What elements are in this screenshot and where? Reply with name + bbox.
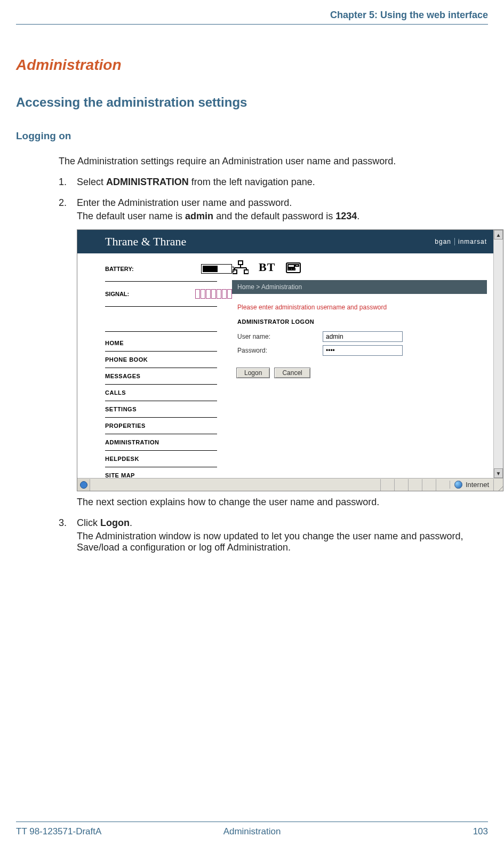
separator <box>454 238 455 245</box>
ie-icon <box>77 479 90 491</box>
logon-button[interactable]: Logon <box>236 368 270 378</box>
cancel-button[interactable]: Cancel <box>274 368 310 378</box>
nav-home[interactable]: HOME <box>105 335 217 352</box>
username-input[interactable] <box>323 331 403 342</box>
password-label: Password: <box>237 347 323 354</box>
nav-site-map[interactable]: SITE MAP <box>105 467 217 478</box>
signal-icon <box>195 289 232 299</box>
scroll-up-icon[interactable]: ▲ <box>494 230 503 240</box>
step-2: 2. Enter the Administration user name an… <box>59 197 488 222</box>
nav-helpdesk[interactable]: HELPDESK <box>105 451 217 467</box>
step-3: 3. Click Logon. The Administration windo… <box>59 517 488 553</box>
nav-phone-book[interactable]: PHONE BOOK <box>105 352 217 368</box>
breadcrumb: Home > Administration <box>232 280 487 294</box>
status-cell <box>394 479 408 491</box>
footer-left: TT 98-123571-DraftA <box>16 826 173 837</box>
step-text: Click <box>77 517 100 528</box>
battery-icon <box>201 264 232 274</box>
step-bold: Logon <box>100 517 130 528</box>
step-number: 1. <box>59 177 77 188</box>
scrollbar-vertical[interactable]: ▲ ▼ <box>493 230 503 478</box>
step-1: 1. Select ADMINISTRATION from the left n… <box>59 177 488 188</box>
brand-right: inmarsat <box>458 238 487 245</box>
intro-text: The Administration settings require an A… <box>16 156 488 167</box>
step-bold: admin <box>185 211 213 221</box>
phone-icon <box>285 260 302 275</box>
heading-3: Logging on <box>16 130 488 142</box>
brand-logo: Thrane & Thrane <box>105 235 435 249</box>
sidebar: BATTERY: SIGNAL: HOME <box>77 253 232 478</box>
step-text: The default user name is <box>77 211 185 221</box>
scroll-down-icon[interactable]: ▼ <box>494 468 503 478</box>
nav-calls[interactable]: CALLS <box>105 385 217 401</box>
battery-label: BATTERY: <box>105 266 134 272</box>
step-text: Enter the Administration user name and p… <box>77 197 488 209</box>
step-text: from the left navigation pane. <box>189 177 315 187</box>
below-shot-text: The next section explains how to change … <box>16 497 488 508</box>
nav-messages[interactable]: MESSAGES <box>105 368 217 385</box>
step-text: and the default password is <box>213 211 335 221</box>
step-text: . <box>357 211 359 221</box>
nav-settings[interactable]: SETTINGS <box>105 401 217 418</box>
bt-text: BT <box>259 260 275 274</box>
svg-rect-0 <box>238 261 243 265</box>
svg-rect-12 <box>293 268 295 270</box>
screenshot: Thrane & Thrane bgan inmarsat BATTERY: <box>77 229 503 491</box>
nav-properties[interactable]: PROPERTIES <box>105 418 217 434</box>
network-icon <box>232 260 249 275</box>
step-text: Select <box>77 177 106 187</box>
step-bold: ADMINISTRATION <box>106 177 189 187</box>
step-sub-text: The Administration window is now updated… <box>77 531 488 553</box>
zone-label: Internet <box>466 481 489 489</box>
heading-2: Accessing the administration settings <box>16 95 488 110</box>
status-cell <box>422 479 436 491</box>
svg-rect-6 <box>244 270 249 274</box>
status-bar: Internet <box>77 478 503 491</box>
page-footer: TT 98-123571-DraftA Administration 103 <box>16 822 488 837</box>
globe-icon <box>454 481 462 489</box>
status-cell <box>408 479 422 491</box>
zone-indicator: Internet <box>450 481 493 489</box>
footer-center: Administration <box>173 826 331 837</box>
signal-label: SIGNAL: <box>105 291 129 297</box>
username-label: User name: <box>237 333 323 340</box>
footer-right: 103 <box>331 826 488 837</box>
step-text: . <box>130 517 132 528</box>
warning-text: Please enter administration username and… <box>232 294 487 318</box>
step-number: 3. <box>59 517 77 553</box>
section-label: ADMINISTRATOR LOGON <box>232 318 487 330</box>
status-cell <box>380 479 394 491</box>
password-input[interactable] <box>323 345 403 356</box>
banner: Thrane & Thrane bgan inmarsat <box>77 230 493 253</box>
step-bold: 1234 <box>335 211 357 221</box>
brand-right: bgan <box>435 238 451 245</box>
svg-rect-8 <box>288 265 294 267</box>
main-panel: BT Home > Administration Please enter ad… <box>232 253 493 478</box>
heading-1: Administration <box>16 57 488 74</box>
svg-rect-11 <box>291 268 292 270</box>
resize-grip[interactable] <box>493 479 503 491</box>
nav-administration[interactable]: ADMINISTRATION <box>105 434 217 451</box>
step-number: 2. <box>59 197 77 222</box>
chapter-header: Chapter 5: Using the web interface <box>16 10 488 25</box>
svg-rect-10 <box>288 268 290 270</box>
status-cell <box>436 479 450 491</box>
svg-rect-9 <box>295 265 299 266</box>
